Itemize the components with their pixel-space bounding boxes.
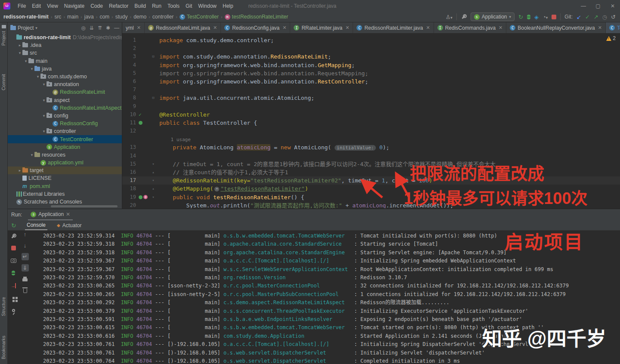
close-icon[interactable]: ✕: [426, 25, 430, 31]
tree-item-license[interactable]: LICENSE: [8, 174, 122, 182]
close-icon[interactable]: ✕: [598, 25, 602, 31]
tab-rratelimiter-java[interactable]: IRRateLimiter.java✕: [290, 22, 353, 33]
up-stack-trace-icon[interactable]: ↑: [22, 231, 29, 238]
tool-window-project[interactable]: Project: [1, 31, 6, 46]
settings-icon[interactable]: [10, 233, 16, 239]
tree-item-resources[interactable]: ▾resources: [8, 151, 122, 159]
print-icon[interactable]: [22, 278, 28, 281]
clear-console-icon[interactable]: [23, 289, 27, 293]
tree-item-redissonconfig[interactable]: CRedissonConfig: [8, 120, 122, 127]
tree-chevron-icon[interactable]: ▸: [17, 43, 22, 47]
tree-item-application[interactable]: sApplication: [8, 143, 122, 151]
breadcrumb-item[interactable]: study: [115, 14, 128, 20]
tab-yml[interactable]: yml✕: [122, 22, 145, 33]
tool-window-bookmarks[interactable]: Bookmarks: [1, 336, 6, 359]
breadcrumb-item[interactable]: mtestRedissonRateLimiter: [225, 14, 288, 20]
tree-chevron-icon[interactable]: ▾: [41, 82, 46, 86]
soft-wrap-icon[interactable]: ↵: [22, 253, 29, 260]
project-view-selector[interactable]: Project: [18, 25, 34, 31]
tree-item-application-yml[interactable]: yapplication.yml: [8, 159, 122, 167]
tree-item-src[interactable]: ▾src: [8, 49, 122, 57]
project-tool-icon[interactable]: [2, 25, 6, 28]
spring-bean-gutter-icon[interactable]: [139, 195, 143, 199]
user-icon[interactable]: ♙▾: [446, 14, 453, 20]
menu-navigate[interactable]: Navigate: [61, 3, 87, 9]
tree-chevron-icon[interactable]: ▸: [17, 168, 22, 173]
close-icon[interactable]: ✕: [345, 25, 349, 31]
close-icon[interactable]: ✕: [137, 25, 141, 31]
tree-chevron-icon[interactable]: ▾: [29, 153, 34, 157]
git-update-button[interactable]: ↙: [577, 14, 581, 20]
menu-view[interactable]: View: [44, 3, 61, 9]
git-push-button[interactable]: ↗: [594, 14, 598, 20]
coverage-icon[interactable]: [12, 271, 15, 275]
code-editor[interactable]: 1package com.study.demo.controller;23⊟im…: [122, 33, 620, 208]
tree-item-redisson-rate-limit[interactable]: redisson-rate-limitD:\IdeaProjects\redis…: [8, 34, 122, 41]
fold-marker-icon[interactable]: ▾: [150, 160, 157, 168]
history-icon[interactable]: ◷: [602, 14, 607, 20]
breadcrumb-item[interactable]: controller: [152, 14, 174, 20]
breadcrumb-item[interactable]: java: [84, 14, 94, 20]
tree-item-target[interactable]: ▸target: [8, 167, 122, 174]
breadcrumb-item[interactable]: src: [54, 14, 61, 20]
profiler-button[interactable]: ◔▾: [542, 14, 548, 20]
down-stack-trace-icon[interactable]: ↓: [22, 242, 29, 249]
menu-tools[interactable]: Tools: [164, 3, 183, 9]
exit-icon[interactable]: →: [11, 283, 16, 288]
tree-chevron-icon[interactable]: ▾: [29, 67, 34, 71]
tab-testcontroller-java[interactable]: CTestController.java✕: [606, 22, 620, 33]
thread-dump-icon[interactable]: [11, 259, 16, 263]
locate-file-icon[interactable]: ◎: [81, 25, 85, 31]
scroll-to-end-icon[interactable]: ⇓: [22, 264, 29, 271]
run-button[interactable]: ↻: [518, 14, 523, 20]
fold-marker-icon[interactable]: ▾: [150, 193, 157, 201]
tree-chevron-icon[interactable]: ▾: [17, 51, 22, 55]
git-commit-button[interactable]: ✓: [585, 14, 590, 20]
menu-help[interactable]: Help: [220, 3, 236, 9]
coverage-button[interactable]: ◈: [534, 14, 539, 20]
stop-button[interactable]: [552, 15, 556, 19]
tree-item-redissonratelimitaspect[interactable]: CRedissonRateLimitAspect: [8, 104, 122, 112]
fold-marker-icon[interactable]: ▴: [150, 168, 157, 176]
tree-chevron-icon[interactable]: ▾: [23, 59, 28, 63]
tree-chevron-icon[interactable]: ▾: [41, 98, 46, 102]
tree-chevron-icon[interactable]: ▾: [35, 74, 40, 79]
tree-item-annotation[interactable]: ▾annotation: [8, 80, 122, 88]
hide-panel-icon[interactable]: —: [114, 25, 119, 31]
close-button[interactable]: ✕: [605, 3, 620, 9]
menu-file[interactable]: File: [15, 3, 29, 9]
fold-marker-icon[interactable]: ▴: [150, 185, 157, 193]
debug-button[interactable]: [527, 15, 530, 19]
menu-build[interactable]: Build: [131, 3, 149, 9]
run-content-tab[interactable]: s Application ✕: [28, 209, 73, 220]
editor-area[interactable]: yml✕@RedissonRateLimit.java✕CRedissonCon…: [122, 22, 620, 209]
tree-item--idea[interactable]: ▸.idea: [8, 41, 122, 49]
request-mapping-gutter-icon[interactable]: @: [143, 195, 148, 199]
breadcrumb-item[interactable]: main: [67, 14, 78, 20]
menu-edit[interactable]: Edit: [29, 3, 44, 9]
tree-item-com-study-demo[interactable]: ▾com.study.demo: [8, 73, 122, 80]
rerun-icon[interactable]: ↻: [11, 222, 16, 229]
tree-item-scratches-and-consoles[interactable]: ✎Scratches and Consoles: [8, 198, 122, 206]
run-configuration-select[interactable]: s Application ▾: [471, 12, 515, 21]
tree-chevron-icon[interactable]: ▾: [41, 114, 46, 118]
close-icon[interactable]: ✕: [213, 25, 217, 31]
collapse-all-icon[interactable]: ⇈: [98, 25, 102, 31]
tree-item-external-libraries[interactable]: External Libraries: [8, 190, 122, 198]
tab-redissonratelimiter-java[interactable]: CRedissonRateLimiter.java✕: [353, 22, 434, 33]
pin-icon[interactable]: [12, 309, 15, 312]
tab-redissonconfig-java[interactable]: CRedissonConfig.java✕: [221, 22, 290, 33]
spring-bean-gutter-icon[interactable]: [139, 121, 143, 125]
tab-rediscommands-java[interactable]: IRedisCommands.java✕: [434, 22, 507, 33]
tree-item-testcontroller[interactable]: CTestController: [8, 135, 122, 143]
breadcrumb-item[interactable]: demo: [133, 14, 146, 20]
expand-all-icon[interactable]: ⇊: [90, 25, 94, 31]
tab-booleannullreplayconvertor-java[interactable]: CBooleanNullReplayConvertor.java✕: [506, 22, 606, 33]
fold-marker-icon[interactable]: ⊟: [150, 94, 157, 102]
run-tab-console[interactable]: Console: [25, 220, 47, 230]
fold-marker-icon[interactable]: ▾: [150, 176, 157, 185]
run-tab-actuator[interactable]: ◆Actuator: [55, 220, 83, 230]
tree-item-java[interactable]: ▾java: [8, 65, 122, 73]
minimize-button[interactable]: —: [576, 3, 591, 9]
close-icon[interactable]: ✕: [66, 211, 70, 217]
